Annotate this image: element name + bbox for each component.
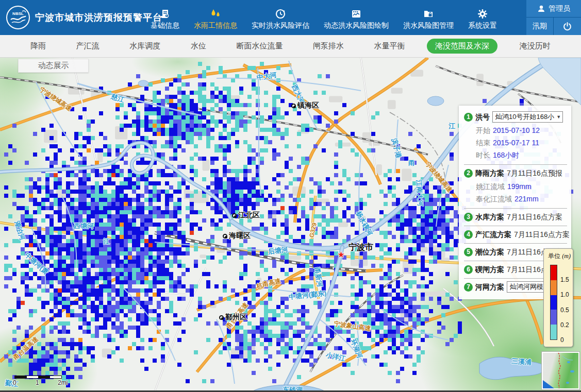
district-label: 鄞州区	[219, 313, 247, 322]
river-label: 三溪浦	[511, 356, 532, 367]
nav-basic-info[interactable]: 基础信息	[151, 8, 179, 30]
start-time-row: 开始2015-07-10 12	[476, 124, 567, 137]
map-scale-bar: 0 1 2mi	[14, 376, 62, 386]
district-label: 海曙区	[223, 231, 251, 241]
top-navigation: 基础信息 水雨工情信息 实时洪水风险评估 动态洪水风险图绘制 洪水风险图管理	[143, 0, 504, 35]
legend-title: 单位 (m)	[548, 252, 573, 261]
app-logo: NBSL	[6, 6, 30, 29]
power-icon	[563, 22, 572, 31]
nav-water-rain-info[interactable]: 水雨工情信息	[194, 8, 237, 30]
gear-icon	[477, 8, 488, 19]
flood-season-button[interactable]: 汛期	[526, 18, 553, 35]
minimap-collapse-button[interactable]	[543, 380, 554, 388]
logout-button[interactable]	[554, 18, 581, 35]
district-marker-icon	[223, 234, 227, 238]
user-label: 管理员	[549, 4, 570, 13]
legend-tick-labels: 1.51.00.50.20	[560, 265, 576, 340]
nav-system-settings[interactable]: 系统设置	[468, 8, 497, 30]
app-header: NBSL 宁波市城市洪涝预报预警平台 基础信息 水雨工情信息 实时洪水风险评	[0, 0, 581, 35]
raindrops-icon	[210, 8, 221, 19]
yaojiang-rainfall-row: 姚江流域199mm	[476, 180, 567, 193]
tab-water-level[interactable]: 水位	[182, 39, 214, 54]
river-label: 江	[449, 122, 455, 131]
step-badge: 2	[464, 169, 473, 178]
overview-mini-map[interactable]	[542, 352, 579, 389]
step-badge: 3	[464, 213, 473, 221]
district-label: 江北区	[232, 211, 260, 220]
clock-icon	[275, 8, 286, 19]
scale-label-0: 0	[13, 379, 16, 386]
nav-label: 系统设置	[468, 21, 497, 30]
fenghuajiang-rainfall-row: 奉化江流域221mm	[476, 193, 567, 205]
tab-reservoir-dispatch[interactable]: 水库调度	[121, 39, 169, 54]
sub-navigation: 降雨 产汇流 水库调度 水位 断面水位流量 闸泵排水 水量平衡 淹没范围及水深 …	[0, 35, 581, 58]
step-badge: 6	[464, 265, 473, 274]
river-label: 江	[103, 237, 110, 246]
tab-inundation-duration[interactable]: 淹没历时	[511, 39, 559, 54]
logo-text: NBSL	[12, 11, 24, 16]
nav-label: 基础信息	[151, 21, 179, 30]
depth-legend: 单位 (m) 1.51.00.50.20	[543, 248, 573, 347]
river-label: 甬	[408, 159, 415, 168]
nav-dynamic-flood-map[interactable]: 动态洪水风险图绘制	[324, 8, 389, 30]
scale-label-1: 1	[36, 379, 39, 386]
user-button[interactable]: 管理员	[526, 0, 581, 17]
header-right-controls: 管理员 汛期	[526, 0, 581, 35]
tab-inundation-extent-depth[interactable]: 淹没范围及水深	[427, 39, 497, 54]
user-icon	[537, 5, 545, 13]
step-badge: 1	[464, 113, 473, 122]
district-marker-icon	[232, 213, 237, 218]
scale-label-2: 2mi	[58, 379, 68, 386]
district-label: 镇海区	[291, 101, 319, 110]
nav-label: 动态洪水风险图绘制	[324, 21, 389, 30]
dynamic-display-button[interactable]: 动态展示	[18, 59, 89, 73]
nav-label: 洪水风险图管理	[403, 21, 454, 30]
step-badge: 5	[464, 248, 473, 257]
nav-label: 实时洪水风险评估	[252, 21, 309, 30]
legend-color-bar	[550, 265, 557, 340]
tab-gate-pump-drainage[interactable]: 闸泵排水	[305, 39, 352, 54]
nav-flood-map-management[interactable]: 洪水风险图管理	[403, 8, 454, 30]
city-label: 宁波市	[348, 242, 373, 253]
map-canvas[interactable]: 中大河西大河慈江滨子港江甬江南大河湖泊河中塘河(萧西塘河江后塘河甬新河杨木碶河中…	[0, 58, 581, 392]
tab-rainfall[interactable]: 降雨	[22, 39, 54, 54]
duration-row: 时长168小时	[476, 149, 567, 161]
nav-realtime-flood-risk[interactable]: 实时洪水风险评估	[252, 8, 309, 30]
flood-number-select[interactable]: 灿鸿10号开始168小▼	[492, 111, 563, 123]
river-label: 江南大河	[414, 179, 425, 207]
tab-section-stage-flow[interactable]: 断面水位流量	[228, 39, 291, 54]
folder-lock-icon	[423, 8, 434, 19]
river-label: 西塘河	[74, 221, 94, 231]
city-star-icon: ★	[337, 249, 345, 260]
chevron-down-icon: ▼	[556, 111, 561, 123]
district-marker-icon	[219, 315, 224, 320]
document-icon	[160, 8, 170, 19]
district-marker-icon	[291, 104, 296, 108]
brand: NBSL 宁波市城市洪涝预报预警平台	[0, 6, 143, 29]
step-badge: 4	[464, 230, 473, 239]
chart-window-icon	[351, 8, 361, 19]
end-time-row: 结束2015-07-17 11	[476, 137, 567, 149]
step-badge: 7	[464, 283, 473, 292]
tab-water-balance[interactable]: 水量平衡	[366, 39, 413, 54]
minimap-boundary	[558, 353, 560, 389]
nav-label: 水雨工情信息	[194, 21, 237, 30]
tab-runoff[interactable]: 产汇流	[68, 39, 108, 54]
